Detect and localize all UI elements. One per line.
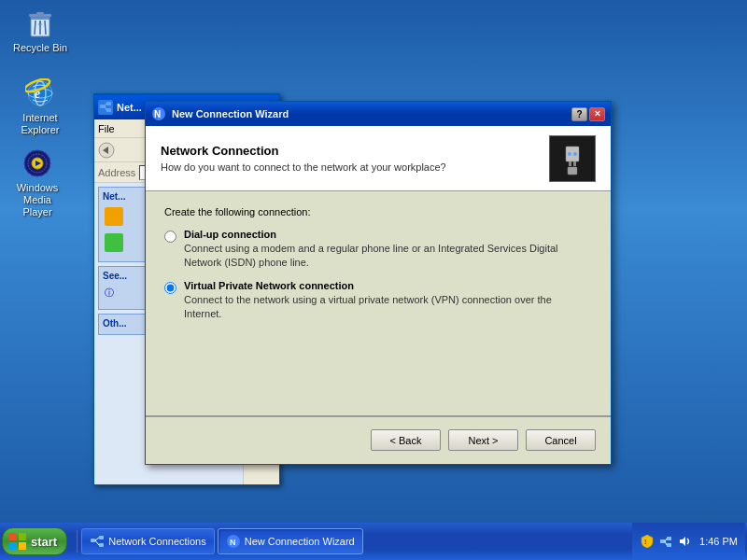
taskbar-wizard-label: New Connection Wizard: [245, 536, 355, 547]
svg-rect-20: [106, 108, 111, 112]
wizard-header: Network Connection How do you want to co…: [146, 126, 611, 191]
desktop: Recycle Bin e Internet Explorer: [0, 0, 747, 523]
taskbar: start Network Connections N New Connecti…: [0, 523, 747, 560]
start-button[interactable]: start: [2, 527, 67, 555]
wizard-dialup-content: Dial-up connection Connect using a modem…: [184, 229, 592, 271]
wizard-title-text: New Connection Wizard: [172, 108, 289, 119]
wizard-vpn-desc: Connect to the network using a virtual p…: [184, 293, 592, 322]
svg-rect-47: [667, 537, 671, 540]
wizard-create-label: Create the following connection:: [164, 206, 592, 217]
svg-line-6: [45, 21, 46, 35]
svg-rect-30: [573, 161, 576, 166]
tray-network-icon[interactable]: [658, 534, 673, 549]
tray-security-icon[interactable]: !: [640, 534, 655, 549]
nc-back-icon[interactable]: [98, 142, 115, 159]
taskbar-item-wizard[interactable]: N New Connection Wizard: [218, 528, 363, 554]
nc-address-label: Address: [98, 167, 135, 178]
wizard-next-button[interactable]: Next >: [448, 429, 518, 451]
svg-line-41: [95, 538, 99, 540]
wizard-header-image: [549, 135, 596, 182]
taskbar-item-network-connections[interactable]: Network Connections: [81, 528, 215, 554]
wizard-title-icon: N: [151, 106, 166, 121]
wizard-close-button[interactable]: ✕: [589, 107, 605, 121]
svg-rect-18: [100, 105, 105, 108]
wizard-vpn-title: Virtual Private Network connection: [184, 280, 592, 291]
desktop-icon-recycle-bin[interactable]: Recycle Bin: [7, 5, 73, 58]
wizard-radio-vpn[interactable]: [164, 282, 176, 294]
desktop-icon-windows-media-player[interactable]: Windows Media Player: [5, 145, 70, 223]
svg-point-31: [568, 152, 571, 156]
svg-line-49: [665, 539, 667, 541]
wizard-titlebar: N New Connection Wizard ? ✕: [146, 102, 611, 126]
svg-rect-46: [660, 539, 665, 543]
wizard-win-buttons: ? ✕: [571, 107, 605, 121]
svg-text:!: !: [644, 538, 647, 546]
wizard-back-button[interactable]: < Back: [371, 429, 441, 451]
svg-line-4: [35, 21, 35, 35]
wizard-header-text: Network Connection How do you want to co…: [161, 144, 549, 173]
tray-time: 1:46 PM: [699, 536, 738, 547]
wizard-body: Create the following connection: Dial-up…: [146, 191, 611, 415]
svg-rect-19: [106, 102, 111, 105]
svg-rect-36: [9, 542, 17, 550]
taskbar-tray: ! 1:46 PM: [632, 523, 745, 560]
start-label: start: [31, 535, 57, 549]
wizard-taskbar-icon: N: [226, 534, 241, 549]
svg-point-32: [573, 152, 577, 156]
wizard-dialog: N New Connection Wizard ? ✕ Network Conn…: [145, 101, 612, 465]
windows-media-player-icon: [22, 148, 52, 178]
internet-explorer-label: Internet Explorer: [11, 112, 69, 136]
nc-title-text: Net...: [117, 102, 142, 113]
wizard-main-title: Network Connection: [161, 144, 549, 158]
recycle-bin-icon: [25, 8, 55, 38]
wizard-cancel-button[interactable]: Cancel: [526, 429, 596, 451]
internet-explorer-icon: e: [25, 78, 55, 108]
svg-rect-35: [19, 533, 26, 540]
svg-rect-3: [36, 12, 44, 15]
wizard-dialup-desc: Connect using a modem and a regular phon…: [184, 242, 592, 271]
wizard-option-dialup[interactable]: Dial-up connection Connect using a modem…: [164, 229, 592, 271]
svg-rect-39: [99, 536, 104, 539]
wizard-help-button[interactable]: ?: [571, 107, 587, 121]
nc-title-icon: [98, 100, 113, 115]
svg-rect-37: [19, 542, 26, 550]
desktop-icon-internet-explorer[interactable]: e Internet Explorer: [7, 75, 73, 140]
nc-menu-file[interactable]: File: [98, 123, 115, 134]
svg-marker-51: [680, 537, 685, 546]
svg-rect-40: [99, 543, 104, 547]
wizard-option-vpn[interactable]: Virtual Private Network connection Conne…: [164, 280, 592, 322]
wizard-footer: < Back Next > Cancel: [146, 416, 611, 463]
wizard-dialup-title: Dial-up connection: [184, 229, 592, 240]
svg-line-42: [95, 540, 99, 545]
svg-rect-38: [91, 539, 95, 542]
network-connections-taskbar-icon: [90, 534, 105, 549]
svg-rect-48: [667, 543, 671, 547]
svg-rect-33: [568, 167, 577, 175]
svg-text:N: N: [154, 109, 161, 119]
windows-logo-icon: [8, 532, 27, 551]
taskbar-network-connections-label: Network Connections: [108, 536, 206, 547]
svg-line-22: [105, 106, 106, 110]
taskbar-separator-1: [77, 530, 78, 553]
svg-line-21: [105, 104, 106, 106]
svg-rect-34: [9, 533, 17, 540]
svg-text:N: N: [230, 538, 236, 547]
wizard-radio-dialup[interactable]: [164, 231, 176, 243]
svg-rect-29: [569, 161, 571, 166]
wizard-subtitle: How do you want to connect to the networ…: [161, 161, 549, 173]
svg-line-50: [665, 541, 667, 545]
windows-media-player-label: Windows Media Player: [8, 182, 66, 219]
recycle-bin-label: Recycle Bin: [13, 42, 67, 54]
wizard-vpn-content: Virtual Private Network connection Conne…: [184, 280, 592, 322]
tray-volume-icon[interactable]: [677, 534, 692, 549]
